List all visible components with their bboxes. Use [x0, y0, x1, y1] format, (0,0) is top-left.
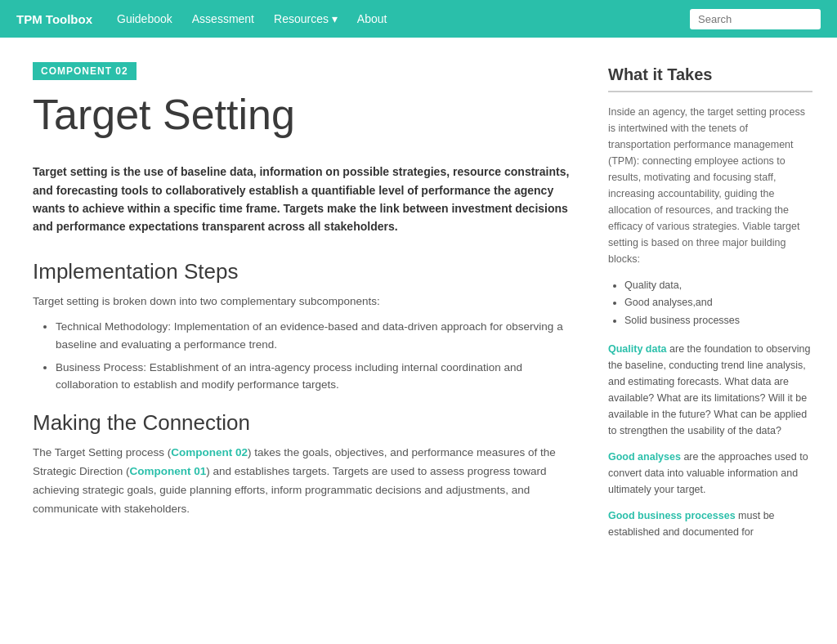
nav-assessment[interactable]: Assessment — [192, 12, 254, 25]
implementation-intro: Target setting is broken down into two c… — [33, 293, 575, 311]
nav-resources[interactable]: Resources ▾ — [274, 12, 338, 25]
term-quality-data: Quality data — [608, 343, 667, 355]
list-item: Business Process: Establishment of an in… — [56, 359, 575, 394]
implementation-heading: Implementation Steps — [33, 259, 575, 284]
page-container: COMPONENT 02 Target Setting Target setti… — [0, 38, 837, 583]
component-badge: COMPONENT 02 — [33, 62, 137, 80]
component02-link[interactable]: Component 02 — [171, 446, 248, 458]
list-item: Technical Methodology: Implementation of… — [56, 318, 575, 353]
connection-text-before-1: The Target Setting process ( — [33, 446, 171, 458]
implementation-list: Technical Methodology: Implementation of… — [33, 318, 575, 393]
sidebar-title: What it Takes — [608, 62, 812, 84]
sidebar-quality-data-text: are the foundation to observing the base… — [608, 343, 810, 436]
main-content: COMPONENT 02 Target Setting Target setti… — [33, 62, 575, 550]
navbar: TPM Toolbox Guidebook Assessment Resourc… — [0, 0, 837, 38]
search-container — [690, 9, 821, 29]
connection-heading: Making the Connection — [33, 410, 575, 436]
sidebar-bullet-item: Good analyses,and — [624, 294, 812, 311]
term-good-business: Good business processes — [608, 510, 736, 521]
nav-brand[interactable]: TPM Toolbox — [16, 12, 92, 26]
intro-text: Target setting is the use of baseline da… — [33, 163, 575, 236]
component01-link[interactable]: Component 01 — [130, 465, 207, 477]
sidebar-bullet-item: Quality data, — [624, 277, 812, 294]
search-input[interactable] — [690, 9, 821, 29]
nav-guidebook[interactable]: Guidebook — [117, 12, 172, 25]
sidebar-intro: Inside an agency, the target setting pro… — [608, 104, 812, 267]
page-title: Target Setting — [33, 92, 575, 138]
sidebar-good-business: Good business processes must be establis… — [608, 508, 812, 540]
sidebar-divider — [608, 91, 812, 92]
nav-links: Guidebook Assessment Resources ▾ About — [117, 12, 690, 25]
sidebar-bullets: Quality data, Good analyses,and Solid bu… — [608, 277, 812, 329]
sidebar: What it Takes Inside an agency, the targ… — [608, 62, 812, 550]
connection-text: The Target Setting process (Component 02… — [33, 444, 575, 519]
term-good-analyses: Good analyses — [608, 451, 681, 463]
sidebar-good-analyses: Good analyses are the approaches used to… — [608, 449, 812, 498]
nav-about[interactable]: About — [357, 12, 387, 25]
sidebar-bullet-item: Solid business processes — [624, 312, 812, 329]
sidebar-quality-data: Quality data are the foundation to obser… — [608, 341, 812, 439]
